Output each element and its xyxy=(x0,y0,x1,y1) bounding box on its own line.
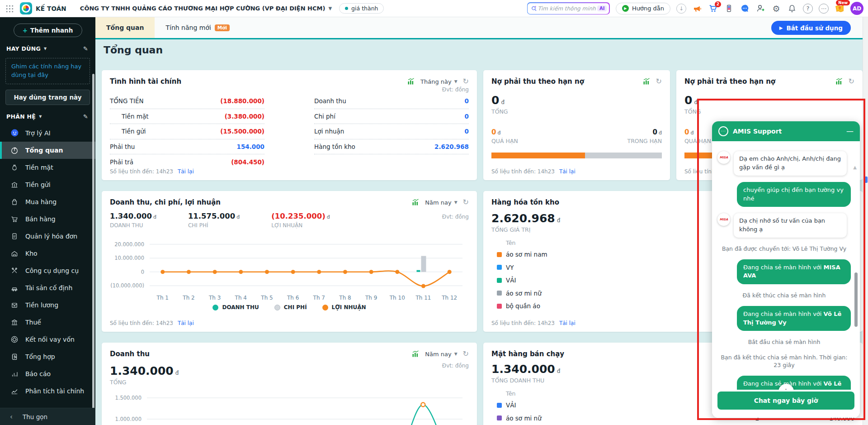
chevron-down-icon: ▼ xyxy=(454,352,458,356)
gear-icon[interactable]: ⚙ xyxy=(771,4,781,14)
sidebar-item-overview[interactable]: Tổng quan xyxy=(0,142,95,159)
sidebar-item-payroll[interactable]: Tiền lương xyxy=(0,296,95,314)
legend-item[interactable]: LỢI NHUẬN xyxy=(322,304,366,310)
app-grid-menu-icon[interactable] xyxy=(5,5,14,13)
section-phan-he[interactable]: PHÂN HỆ ▼ ✎ xyxy=(0,113,95,120)
bell-icon[interactable] xyxy=(787,4,797,14)
period-dropdown[interactable]: Năm nay▼ xyxy=(425,199,457,206)
pin-this-page-button[interactable]: Hay dùng trang này xyxy=(5,90,90,105)
app-logo xyxy=(20,2,32,14)
card-footer: Số liệu tính đến: 14h23Tải lại xyxy=(491,320,576,326)
device-icon[interactable] xyxy=(724,4,734,14)
refresh-icon[interactable]: ↻ xyxy=(849,78,854,85)
chart-icon[interactable] xyxy=(411,350,420,358)
legend-item[interactable]: CHI PHÍ xyxy=(274,304,307,310)
legend-item[interactable]: DOANH THU xyxy=(212,304,259,310)
finance-row: Doanh thu0 xyxy=(314,94,469,109)
svg-text:Th 3: Th 3 xyxy=(208,295,221,301)
download-icon[interactable]: ↓ xyxy=(676,4,686,14)
tab-tong-quan[interactable]: Tổng quan xyxy=(95,17,155,38)
page-scrollbar-thumb[interactable] xyxy=(863,177,868,183)
user-avatar[interactable]: AD xyxy=(850,2,863,15)
chat-logo-icon: ··· xyxy=(718,126,728,136)
sidebar-item-sales[interactable]: Bán hàng xyxy=(0,210,95,228)
sidebar-scrollbar[interactable] xyxy=(92,74,94,418)
sidebar-item-deposit[interactable]: Tiền gửi xyxy=(0,176,95,193)
search-input[interactable] xyxy=(538,5,597,12)
sidebar-item-invoice[interactable]: Quản lý hóa đơn xyxy=(0,228,95,245)
sidebar-item-synthesis[interactable]: Tổng hợp xyxy=(0,348,95,365)
svg-text:1.500.000: 1.500.000 xyxy=(115,395,142,401)
add-user-icon[interactable] xyxy=(755,4,765,14)
sidebar-item-cash[interactable]: Tiền mặt xyxy=(0,159,95,176)
overdue-block: 0đ QUÁ HẠN xyxy=(491,128,518,144)
sidebar-item-report[interactable]: Báo cáo xyxy=(0,365,95,382)
sidebar-item-ai-assistant[interactable]: Trợ lý AI xyxy=(0,124,95,142)
company-selector[interactable]: CÔNG TY TNHH QUẢNG CÁO THƯƠNG MẠI HỢP CƯ… xyxy=(80,5,332,12)
svg-text:0: 0 xyxy=(141,269,144,275)
megaphone-icon[interactable] xyxy=(692,4,702,14)
edit-pencil-icon[interactable]: ✎ xyxy=(83,45,88,52)
page-scrollbar[interactable] xyxy=(863,17,868,425)
refresh-icon[interactable]: ↻ xyxy=(463,350,469,358)
chart-icon[interactable] xyxy=(411,198,420,206)
svg-text:Th 1: Th 1 xyxy=(156,295,169,301)
ai-assistant-icon xyxy=(10,129,19,138)
in-due-block: 0đ TRONG HẠN xyxy=(627,128,662,144)
chat-scrollbar-thumb[interactable] xyxy=(854,272,858,327)
app-name: KẾ TOÁN xyxy=(36,5,66,12)
sidebar-item-loan[interactable]: Kết nối vay vốn xyxy=(0,331,95,348)
sidebar-item-label: Mua hàng xyxy=(25,198,57,205)
help-icon[interactable]: ? xyxy=(803,4,813,14)
chevron-down-icon: ▼ xyxy=(39,115,42,119)
smart-search: AI xyxy=(527,2,610,14)
period-dropdown[interactable]: Tháng này▼ xyxy=(420,78,458,85)
chat-scroll-up-icon[interactable]: ▲ xyxy=(853,165,857,170)
chat-bubble: Dạ em chào Anh/chị, Anh/chị đang gặp vấn… xyxy=(734,151,847,176)
svg-text:20.000.000: 20.000.000 xyxy=(114,241,144,248)
chat-status: Đã kết thúc chia sẻ màn hình xyxy=(717,291,851,300)
chat-now-button[interactable]: Chat ngay bây giờ xyxy=(717,392,854,410)
sidebar-item-assets[interactable]: Tài sản cố định xyxy=(0,279,95,296)
play-icon: ▶ xyxy=(779,25,783,30)
start-using-button[interactable]: ▶ Bắt đầu sử dụng xyxy=(771,21,851,35)
chat-bubble-icon[interactable] xyxy=(740,4,750,14)
chart-icon[interactable] xyxy=(642,77,651,86)
guide-button[interactable]: ▶ Hướng dẫn xyxy=(616,3,670,14)
tab-tinh-nang-moi[interactable]: Tính năng mới Mới xyxy=(155,17,241,38)
collapse-sidebar-button[interactable]: ‹ Thu gọn xyxy=(0,408,95,425)
color-swatch xyxy=(497,415,502,420)
section-hay-dung[interactable]: HAY DÙNG ▼ ✎ xyxy=(0,45,95,52)
sidebar-item-tax[interactable]: Thuế xyxy=(0,314,95,331)
stat-profit: (10.235.000)đLỢI NHUẬN xyxy=(271,212,330,229)
assets-icon xyxy=(10,283,19,292)
sidebar-item-warehouse[interactable]: Kho xyxy=(0,245,95,262)
quick-add-button[interactable]: + Thêm nhanh xyxy=(14,24,82,37)
minimize-icon[interactable]: — xyxy=(846,128,854,135)
company-name: CÔNG TY TNHH QUẢNG CÁO THƯƠNG MẠI HỢP CƯ… xyxy=(80,5,326,12)
period-dropdown[interactable]: Năm nay▼ xyxy=(425,351,457,358)
card-financial-situation: Tình hình tài chính Tháng này▼ ↻ Đvt: đồ… xyxy=(102,70,477,180)
finance-row: Phải thu154.000 xyxy=(110,139,264,155)
reload-link[interactable]: Tải lại xyxy=(178,168,194,175)
refresh-icon[interactable]: ↻ xyxy=(463,199,469,206)
edit-pencil-icon[interactable]: ✎ xyxy=(83,113,88,120)
refresh-icon[interactable]: ↻ xyxy=(656,78,662,85)
whats-new-icon[interactable]: New xyxy=(835,4,844,14)
chart-icon[interactable] xyxy=(407,77,415,86)
reload-link[interactable]: Tải lại xyxy=(559,168,576,175)
tag-gia-thanh[interactable]: giá thành xyxy=(339,3,384,14)
cart-icon[interactable]: 2 xyxy=(708,4,718,14)
finance-row: TỔNG TIỀN(18.880.000) xyxy=(110,94,264,109)
more-icon[interactable]: ⋯ xyxy=(819,4,829,14)
reload-link[interactable]: Tải lại xyxy=(178,320,194,326)
sidebar-item-tools[interactable]: Công cụ dụng cụ xyxy=(0,262,95,279)
sidebar-item-analysis[interactable]: Phân tích tài chính xyxy=(0,382,95,400)
app-root: KẾ TOÁN CÔNG TY TNHH QUẢNG CÁO THƯƠNG MẠ… xyxy=(0,0,868,425)
chat-panel: ··· AMIS Support — MISADạ em chào Anh/ch… xyxy=(712,121,860,418)
reload-link[interactable]: Tải lại xyxy=(559,320,576,326)
sidebar-item-purchase[interactable]: Mua hàng xyxy=(0,193,95,210)
chat-bubble: chuyển giúp chị đến bạn tường vy nhé xyxy=(737,182,851,207)
refresh-icon[interactable]: ↻ xyxy=(463,78,469,85)
chart-icon[interactable] xyxy=(835,77,843,86)
